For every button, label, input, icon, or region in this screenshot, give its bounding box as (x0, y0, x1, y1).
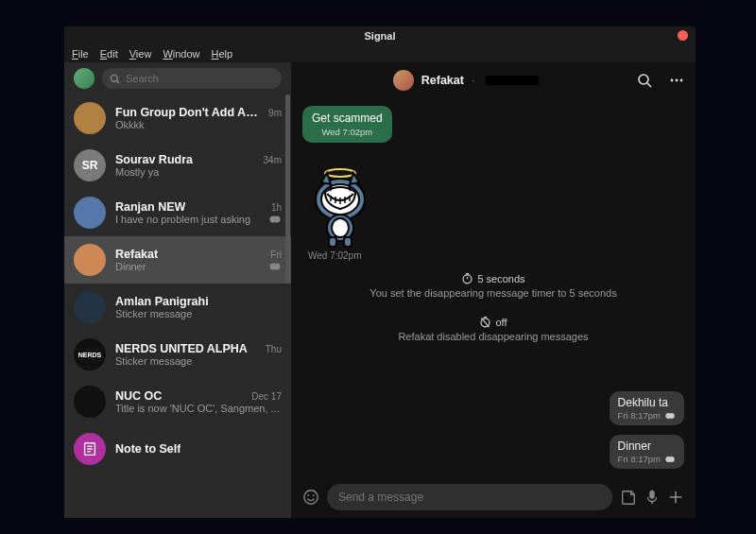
menu-edit[interactable]: Edit (100, 48, 118, 60)
signal-window: Signal File Edit View Window Help Fun Gr… (64, 26, 696, 518)
chat-contact-avatar[interactable] (393, 70, 414, 91)
svg-point-14 (680, 79, 683, 82)
conversation-avatar (74, 244, 106, 276)
conversation-avatar (74, 197, 106, 229)
read-receipt-icon (664, 411, 676, 421)
read-receipt-icon (664, 455, 676, 464)
close-window-button[interactable] (678, 30, 688, 41)
incoming-message[interactable]: Dinner Fri 8:17pm (610, 435, 684, 469)
conversation-name: NERDS UNITED ALPHA (115, 342, 248, 355)
conversation-time: 34m (264, 155, 282, 165)
emoji-button[interactable] (302, 489, 319, 506)
conversation-avatar (74, 433, 106, 465)
conversation-name: Note to Self (115, 442, 180, 456)
svg-point-40 (304, 491, 318, 504)
conversation-avatar: SR (74, 149, 106, 181)
my-avatar[interactable] (74, 68, 94, 89)
conversation-item[interactable]: NUC OCDec 17Title is now 'NUC OC', Sangm… (64, 378, 291, 425)
svg-point-5 (274, 264, 281, 270)
conversation-time: Dec 17 (251, 391, 282, 402)
conversation-preview: Dinner (115, 261, 146, 272)
conversation-item[interactable]: Ranjan NEW1hI have no problem just askin… (64, 189, 291, 236)
search-icon (110, 74, 120, 84)
conversation-name: Refakat (115, 248, 158, 261)
titlebar: Signal (64, 26, 696, 45)
conversation-avatar (74, 386, 106, 418)
sticker-button[interactable] (620, 489, 637, 506)
svg-line-11 (647, 83, 651, 87)
system-line1: off (495, 317, 507, 328)
message-text: Get scammed (312, 112, 383, 125)
incoming-message[interactable]: Dekhilu ta Fri 8:17pm (610, 391, 684, 425)
sidebar: Fun Group Don't Add Any19mOkkkkSRSourav … (64, 62, 291, 518)
message-text: Dinner (618, 439, 676, 453)
message-time: Fri 8:17pm (618, 454, 661, 464)
conversation-time: 9m (268, 108, 282, 118)
conversation-time: Fri (270, 250, 282, 260)
composer (291, 476, 696, 518)
system-message-timer-set: 5 seconds You set the disappearing messa… (302, 272, 684, 299)
message-text: Dekhilu ta (618, 396, 676, 409)
menu-help[interactable]: Help (212, 48, 233, 60)
conversation-preview: Sticker message (115, 355, 192, 367)
system-message-timer-off: off Refakat disabled disappearing messag… (302, 316, 684, 342)
svg-rect-27 (329, 237, 336, 247)
search-box[interactable] (102, 68, 282, 89)
message-list: Get scammed Wed 7:02pm (291, 98, 696, 476)
svg-rect-28 (344, 237, 352, 247)
read-receipt-icon (268, 215, 282, 224)
menu-view[interactable]: View (129, 48, 152, 60)
voice-message-button[interactable] (644, 489, 660, 506)
timer-icon (461, 272, 473, 284)
conversation-preview: Sticker message (115, 308, 192, 319)
conversation-preview: Mostly ya (115, 166, 159, 178)
conversation-item[interactable]: Amlan PanigrahiSticker message (64, 284, 291, 331)
compose-box[interactable] (327, 484, 612, 510)
svg-point-0 (111, 75, 117, 81)
conversation-avatar (74, 102, 106, 134)
conversation-item[interactable]: Note to Self (64, 425, 291, 473)
window-title: Signal (364, 30, 395, 42)
message-time: Fri 8:17pm (618, 410, 661, 421)
chat-more-button[interactable] (669, 73, 684, 88)
svg-point-42 (313, 494, 315, 496)
svg-point-12 (671, 79, 674, 82)
menu-file[interactable]: File (72, 48, 89, 60)
attach-button[interactable] (667, 489, 684, 506)
conversation-name: Sourav Rudra (115, 153, 193, 166)
outgoing-message[interactable]: Get scammed Wed 7:02pm (302, 106, 392, 143)
menu-window[interactable]: Window (163, 48, 199, 60)
conversation-item[interactable]: SRSourav Rudra34mMostly ya (64, 142, 291, 189)
chat-search-button[interactable] (637, 73, 652, 88)
system-line2: Refakat disabled disappearing messages (302, 331, 684, 342)
sticker-message[interactable]: Wed 7:02pm (302, 154, 378, 261)
conversation-item[interactable]: NERDSNERDS UNITED ALPHAThuSticker messag… (64, 331, 291, 378)
conversation-preview: Okkkk (115, 119, 145, 130)
conversation-time: Thu (266, 344, 282, 354)
conversation-name: NUC OC (115, 389, 162, 403)
conversation-name: Amlan Panigrahi (115, 295, 209, 308)
conversation-name: Fun Group Don't Add Any1 (115, 106, 265, 119)
conversation-preview: I have no problem just asking (115, 214, 250, 225)
conversation-avatar (74, 291, 106, 323)
menubar: File Edit View Window Help (64, 45, 696, 62)
svg-point-37 (669, 413, 675, 419)
chat-pane: Refakat · Get scammed Wed 7:02pm (291, 62, 696, 518)
conversation-avatar: NERDS (74, 338, 106, 370)
timer-off-icon (479, 316, 491, 328)
conversation-time: 1h (271, 202, 282, 213)
compose-input[interactable] (338, 491, 601, 504)
svg-point-3 (274, 216, 281, 223)
svg-point-15 (325, 169, 355, 177)
search-input[interactable] (126, 73, 274, 84)
svg-point-26 (332, 218, 349, 237)
conversation-preview: Title is now 'NUC OC', Sangmen, ... (115, 403, 280, 414)
conversation-item[interactable]: Fun Group Don't Add Any19mOkkkk (64, 95, 291, 142)
conversation-item[interactable]: RefakatFriDinner (64, 236, 291, 284)
chat-contact-name[interactable]: Refakat (421, 74, 464, 87)
sidebar-scrollbar[interactable] (285, 95, 290, 284)
svg-point-10 (639, 75, 648, 84)
read-receipt-icon (268, 262, 282, 271)
svg-point-41 (307, 494, 309, 496)
svg-line-1 (117, 80, 120, 83)
